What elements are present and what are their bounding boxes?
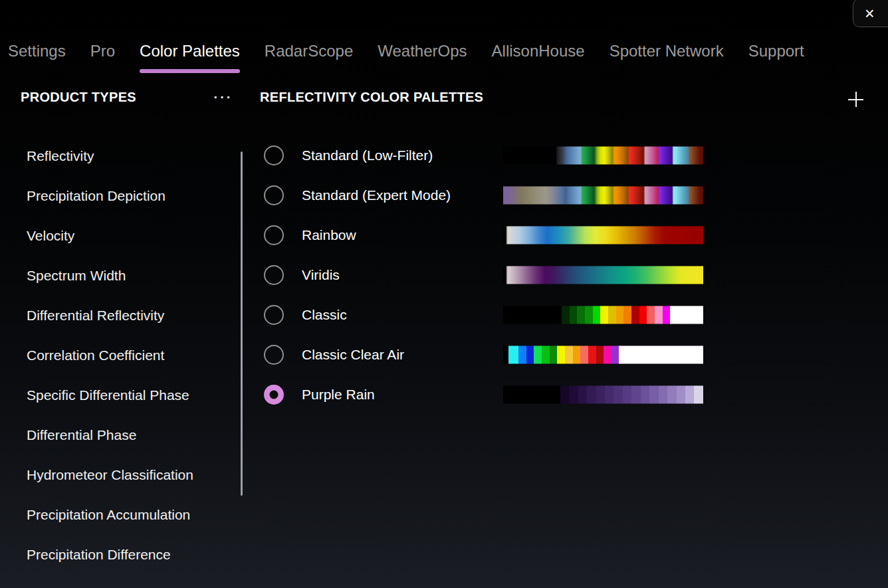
sidebar-item-label: Correlation Coefficient [27,347,164,363]
tab-weatherops[interactable]: WeatherOps [378,42,467,60]
tab-label: Spotter Network [610,42,724,60]
radio-icon[interactable] [264,265,284,285]
sidebar-item-label: Specific Differential Phase [27,387,189,403]
palette-color-swatch [503,187,703,205]
palette-color-swatch [503,306,703,324]
tab-allisonhouse[interactable]: AllisonHouse [492,42,585,60]
radio-selected-icon[interactable] [264,385,284,405]
palette-option-label: Classic [302,307,347,323]
add-palette-icon[interactable] [848,92,863,107]
palette-color-swatch [503,147,703,165]
sidebar-item-precipitation-depiction[interactable]: Precipitation Depiction [27,176,233,216]
sidebar-item-label: Reflectivity [27,148,94,164]
palette-option-standard-low-filter[interactable]: Standard (Low-Filter) [263,136,715,175]
radio-icon[interactable] [264,185,284,205]
tab-color-palettes[interactable]: Color Palettes [140,42,240,60]
tab-label: RadarScope [265,42,353,60]
sidebar-item-label: Precipitation Accumulation [27,507,190,523]
palette-option-rainbow[interactable]: Rainbow [263,215,715,255]
tab-bar: SettingsProColor PalettesRadarScopeWeath… [8,42,804,60]
palette-option-label: Standard (Expert Mode) [302,187,451,203]
palette-option-classic-clear-air[interactable]: Classic Clear Air [263,335,715,375]
tab-pro[interactable]: Pro [90,42,115,60]
sidebar-item-reflectivity[interactable]: Reflectivity [27,136,233,176]
close-icon: × [865,5,875,22]
sidebar-item-label: Spectrum Width [27,268,126,284]
tab-spotter-network[interactable]: Spotter Network [610,42,724,60]
palette-option-label: Rainbow [302,227,356,243]
palette-option-list: Standard (Low-Filter)Standard (Expert Mo… [263,136,715,415]
sidebar-item-label: Velocity [27,228,74,244]
tab-settings[interactable]: Settings [8,42,66,60]
more-options-icon[interactable]: ··· [210,86,237,108]
sidebar-item-label: Differential Phase [27,427,136,443]
palette-color-swatch [503,227,703,245]
sidebar-item-velocity[interactable]: Velocity [27,216,233,256]
radio-icon[interactable] [264,225,284,245]
tab-label: Color Palettes [140,42,240,60]
sidebar-item-precipitation-accumulation[interactable]: Precipitation Accumulation [27,495,233,535]
tab-label: Support [748,42,804,60]
sidebar-item-differential-phase[interactable]: Differential Phase [27,415,233,455]
sidebar-item-precipitation-difference[interactable]: Precipitation Difference [27,535,233,575]
close-button[interactable]: × [853,0,888,27]
palette-option-viridis[interactable]: Viridis [263,255,715,295]
active-tab-underline [140,69,240,73]
sidebar-item-spectrum-width[interactable]: Spectrum Width [27,256,233,296]
sidebar-item-label: Precipitation Depiction [27,188,166,204]
palette-option-label: Classic Clear Air [302,347,404,363]
sidebar-item-differential-reflectivity[interactable]: Differential Reflectivity [27,296,233,336]
sidebar-item-correlation-coefficient[interactable]: Correlation Coefficient [27,336,233,375]
product-type-list: ReflectivityPrecipitation DepictionVeloc… [27,136,233,575]
tab-label: Pro [90,42,115,60]
sidebar-item-specific-differential-phase[interactable]: Specific Differential Phase [27,375,233,415]
tab-label: AllisonHouse [492,42,585,60]
radio-icon[interactable] [264,305,284,325]
palette-color-swatch [503,386,703,404]
sidebar-scrollbar[interactable] [241,151,243,496]
palette-color-swatch [503,346,703,364]
palette-option-purple-rain[interactable]: Purple Rain [263,375,715,415]
palette-option-standard-expert-mode[interactable]: Standard (Expert Mode) [263,175,715,215]
tab-support[interactable]: Support [748,42,804,60]
tab-radarscope[interactable]: RadarScope [265,42,353,60]
tab-label: Settings [8,42,66,60]
radio-icon[interactable] [264,345,284,365]
palette-option-label: Standard (Low-Filter) [302,147,433,163]
sidebar-item-hydrometeor-classification[interactable]: Hydrometeor Classification [27,455,233,495]
sidebar-item-label: Hydrometeor Classification [27,467,193,483]
product-types-title: PRODUCT TYPES [21,90,136,105]
palette-color-swatch [503,266,703,284]
radio-icon[interactable] [264,146,284,165]
palettes-title: REFLECTIVITY COLOR PALETTES [260,90,483,105]
sidebar-item-label: Precipitation Difference [27,547,171,563]
sidebar-item-label: Differential Reflectivity [27,308,164,324]
palette-option-classic[interactable]: Classic [263,295,715,335]
palette-option-label: Viridis [302,267,340,283]
tab-label: WeatherOps [378,42,467,60]
palette-option-label: Purple Rain [302,387,375,403]
